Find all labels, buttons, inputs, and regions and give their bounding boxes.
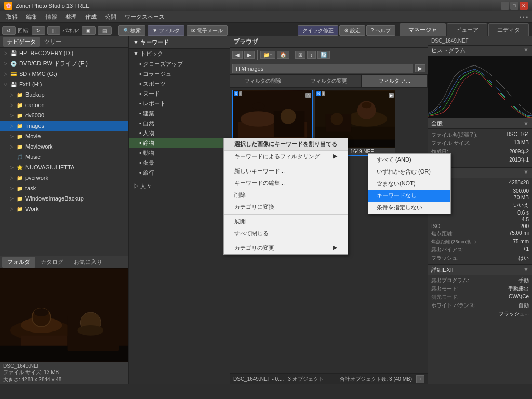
tree-item-cartoon[interactable]: ▷ 📁 cartoon xyxy=(0,100,128,110)
tree-item-hp-recovery[interactable]: ▷ 💾 HP_RECOVERY (D:) xyxy=(0,48,128,58)
kw-still-life[interactable]: • 静物 xyxy=(129,138,230,148)
add-button[interactable]: + xyxy=(416,375,424,383)
maximize-button[interactable]: □ xyxy=(510,2,518,10)
path-go-btn[interactable]: ▶ xyxy=(415,64,425,72)
kw-animals[interactable]: • 動物 xyxy=(129,148,230,158)
menu-info[interactable]: 情報 xyxy=(42,12,61,22)
nav-forward-btn[interactable]: ▶ xyxy=(244,51,255,59)
expand-icon: ▷ xyxy=(2,60,8,66)
ctx-arrow-icon-2: ▶ xyxy=(333,244,337,251)
kw-report[interactable]: • レポート xyxy=(129,99,230,109)
toolbar-panel-btn1[interactable]: ▣ xyxy=(82,26,96,35)
tab-favorites[interactable]: お気に入り xyxy=(69,257,108,268)
histogram-menu-icon[interactable]: ▼ xyxy=(523,47,529,53)
exif-section-header[interactable]: 詳細EXIF ▼ xyxy=(428,264,532,275)
tree-item-task[interactable]: ▷ 📁 task xyxy=(0,183,128,193)
sub-any-or[interactable]: いずれかを含む (OR) xyxy=(368,166,450,178)
kw-collage[interactable]: • コラージュ xyxy=(129,69,230,79)
kw-architecture[interactable]: • 建築 xyxy=(129,109,230,118)
tree-item-nuova[interactable]: ▷ ⭐ NUOVAGIULIETTA xyxy=(0,162,128,172)
sub-all-and[interactable]: すべて (AND) xyxy=(368,154,450,166)
nav-tab-navigator[interactable]: ナビゲータ xyxy=(3,37,40,47)
kw-travel[interactable]: • 旅行 xyxy=(129,168,230,178)
svg-point-12 xyxy=(241,111,276,127)
expand-icon: ▷ xyxy=(8,102,15,108)
menu-edit[interactable]: 編集 xyxy=(22,12,42,22)
tree-item-music[interactable]: 🎵 Music xyxy=(0,152,128,162)
ctx-delete[interactable]: 削除 xyxy=(224,189,348,201)
nav-refresh-btn[interactable]: 🔄 xyxy=(317,51,330,59)
toolbar-rotate-right-btn[interactable]: ↻ xyxy=(32,26,45,35)
sub-no-keyword[interactable]: キーワードなし xyxy=(368,190,450,202)
nav-view-btn[interactable]: ⊞ xyxy=(295,51,305,59)
toolbar-search-btn[interactable]: 🔍 検索 xyxy=(118,25,146,36)
ctx-expand[interactable]: 展開 xyxy=(224,216,348,228)
sub-no-condition[interactable]: 条件を指定しない xyxy=(368,202,450,214)
close-button[interactable]: ✕ xyxy=(520,2,528,10)
thumb-flag-1: ☆ xyxy=(305,91,311,98)
tree-item-movie[interactable]: ▷ 📁 Movie xyxy=(0,131,128,141)
nav-back-btn[interactable]: ◀ xyxy=(232,51,243,59)
tree-label: Images xyxy=(25,123,44,129)
ctx-new-keyword[interactable]: 新しいキーワード... xyxy=(224,165,348,177)
sub-not[interactable]: 含まない(NOT) xyxy=(368,178,450,190)
kw-nude[interactable]: • ヌード xyxy=(129,89,230,99)
toolbar-help-btn[interactable]: ? ヘルプ xyxy=(366,25,395,36)
general-section-header[interactable]: 全般 ▼ xyxy=(428,118,532,129)
kw-people-cat[interactable]: ▷ 人々 xyxy=(129,180,230,192)
minimize-button[interactable]: ─ xyxy=(501,2,509,10)
kw-sports[interactable]: • スポーツ xyxy=(129,79,230,89)
tree-item-winbackup[interactable]: ▷ 📁 WindowsImageBackup xyxy=(0,193,128,204)
tab-editor[interactable]: エディタ xyxy=(488,23,529,36)
ctx-edit-keyword[interactable]: キーワードの編集... xyxy=(224,177,348,189)
nav-home-btn[interactable]: 🏠 xyxy=(277,51,289,59)
tab-manager[interactable]: マネージャ xyxy=(400,23,446,36)
kw-night[interactable]: • 夜景 xyxy=(129,158,230,168)
ctx-close-all[interactable]: すべて閉じる xyxy=(224,228,348,240)
window-controls[interactable]: ─ □ ✕ xyxy=(501,2,528,10)
ctx-convert-category[interactable]: カテゴリに変換 xyxy=(224,201,348,213)
menu-workspace[interactable]: ワークスペース xyxy=(121,12,169,22)
ctx-change-category[interactable]: カテゴリの変更 ▶ xyxy=(224,242,348,254)
tree-item-dv6000[interactable]: ▷ 📁 dv6000 xyxy=(0,110,128,121)
path-input[interactable] xyxy=(232,64,413,73)
tree-item-sd[interactable]: ▷ 💳 SD / MMC (G:) xyxy=(0,69,128,79)
exif-aperture-row: 4.5 xyxy=(430,216,530,223)
menu-organize[interactable]: 整理 xyxy=(61,12,81,22)
tab-folder[interactable]: フォルダ xyxy=(2,257,35,268)
title-bar: 🌸 Zoner Photo Studio 13 FREE ─ □ ✕ xyxy=(0,0,532,11)
context-menu-header: 選択した画像にキーワードを割り当てる xyxy=(224,138,348,151)
tree-item-pvcrwork[interactable]: ▷ 📁 pvcrwork xyxy=(0,172,128,183)
filter-label: フィルタ xyxy=(159,28,180,33)
menu-acquire[interactable]: 取得 xyxy=(2,12,22,22)
menu-publish[interactable]: 公開 xyxy=(101,12,121,22)
tree-label: task xyxy=(25,185,36,191)
ctx-keyword-filter[interactable]: キーワードによるフィルタリング ▶ xyxy=(224,151,348,163)
filter-tab-change[interactable]: フィルタの変更 xyxy=(296,75,362,87)
toolbar-quick-fix-btn[interactable]: クイック修正 xyxy=(298,25,338,36)
filter-tab-archive[interactable]: フィルタ ア... xyxy=(362,75,428,87)
tree-item-dvd[interactable]: ▷ 💿 DVD/CD-RW ドライブ (E:) xyxy=(0,58,128,69)
nav-tab-tree[interactable]: ツリー xyxy=(40,37,65,47)
menu-create[interactable]: 作成 xyxy=(81,12,101,22)
toolbar-panel-btn2[interactable]: ▤ xyxy=(98,26,112,35)
tree-item-work[interactable]: ▷ 📁 Work xyxy=(0,204,128,214)
tree-item-images[interactable]: ▷ 📁 Images xyxy=(0,121,128,131)
kw-closeup[interactable]: • クローズアップ xyxy=(129,59,230,69)
folder-icon: 📁 xyxy=(16,132,24,140)
nav-up-btn[interactable]: 📁↑ xyxy=(260,51,275,59)
kw-nature[interactable]: • 自然 xyxy=(129,118,230,128)
kw-people[interactable]: • 人物 xyxy=(129,128,230,138)
tab-viewer[interactable]: ビューア xyxy=(447,23,487,36)
tab-catalog[interactable]: カタログ xyxy=(35,257,69,268)
filter-tab-delete[interactable]: フィルタの削除 xyxy=(230,75,296,87)
tree-item-backup[interactable]: ▷ 📁 Backup xyxy=(0,89,128,100)
toolbar-rotate-btn[interactable]: ↺ xyxy=(2,26,16,35)
nav-sort-btn[interactable]: ↕ xyxy=(307,51,316,59)
tree-item-moviework[interactable]: ▷ 📁 Moviework xyxy=(0,141,128,152)
toolbar-filter-btn[interactable]: ▼ フィルタ xyxy=(148,25,184,36)
tree-item-ext1[interactable]: ▽ 💾 Ext1 (H:) xyxy=(0,79,128,89)
toolbar-settings-btn[interactable]: ⚙ 設定 xyxy=(339,25,365,36)
toolbar-panel-toggle[interactable]: ||| xyxy=(47,26,60,35)
toolbar-email-btn[interactable]: ✉ 電子メール xyxy=(187,25,228,36)
